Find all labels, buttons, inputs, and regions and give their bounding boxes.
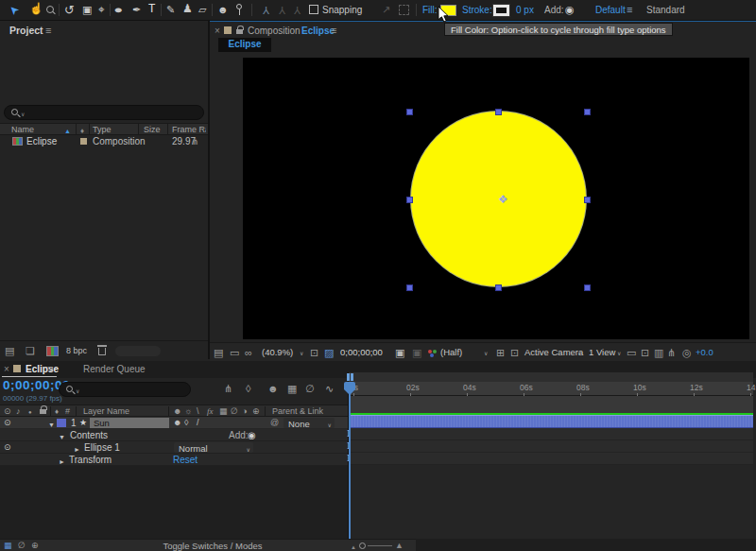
new-composition-icon[interactable] xyxy=(46,346,59,356)
layer-shy-icon[interactable]: ☻ xyxy=(173,417,181,429)
exposure-value[interactable]: +0.0 xyxy=(696,346,713,358)
layer-quality-icon[interactable]: \ xyxy=(197,417,199,429)
project-tab[interactable]: Project xyxy=(9,25,43,37)
search-options-icon[interactable]: ∨ xyxy=(21,109,25,121)
layer-color-chip[interactable] xyxy=(57,419,66,427)
timeline-tab[interactable]: Eclipse xyxy=(26,363,59,375)
snap-bounds-icon[interactable] xyxy=(399,5,409,15)
workspace-mode[interactable]: Standard xyxy=(646,4,685,16)
pan-behind-tool-icon[interactable]: ⌖ xyxy=(98,4,105,16)
layer-duration-bar[interactable] xyxy=(349,415,753,428)
viewer-tab[interactable]: Eclipse xyxy=(218,38,271,52)
frame-blend-enable-icon[interactable]: ▦ xyxy=(4,540,12,551)
project-search-input[interactable]: ∨ xyxy=(4,105,204,120)
local-axis-mode-icon[interactable]: Y xyxy=(263,4,269,16)
item-name[interactable]: Eclipse xyxy=(26,135,57,147)
zoom-in-mountain-icon[interactable]: ▲ xyxy=(395,540,404,551)
selection-tool-icon[interactable]: ➤ xyxy=(7,2,22,17)
roto-brush-tool-icon[interactable]: ☻ xyxy=(217,4,229,16)
work-area-start-handle[interactable] xyxy=(347,373,350,381)
pixel-aspect-icon[interactable]: ▭ xyxy=(627,347,636,359)
show-snapshot-icon[interactable]: ▣ xyxy=(412,347,421,359)
zoom-slider-handle[interactable] xyxy=(359,542,366,549)
close-panel-icon[interactable]: × xyxy=(215,25,220,37)
work-area-bar[interactable] xyxy=(349,372,753,382)
lock-icon[interactable] xyxy=(236,29,243,34)
layer-name-field[interactable]: Sun xyxy=(90,418,169,428)
blend-mode-dropdown[interactable]: Normal ∨ xyxy=(174,442,253,453)
playhead-line[interactable] xyxy=(349,382,351,539)
workspace-selector[interactable]: Default xyxy=(595,4,626,16)
camera-chevron-icon[interactable]: ∨ xyxy=(577,348,581,360)
bit-depth-button[interactable]: 8 bpc xyxy=(66,345,87,357)
show-channel-icon[interactable] xyxy=(428,350,432,353)
contents-row[interactable]: ▼ Contents Add: ◉ xyxy=(0,429,348,441)
item-label-chip[interactable] xyxy=(80,138,87,145)
shape-tool-icon[interactable]: ● xyxy=(113,4,123,16)
stroke-width-value[interactable]: 0 px xyxy=(516,4,534,16)
timeline-search-input[interactable]: ∨ xyxy=(59,382,191,397)
add-property-icon[interactable]: ◉ xyxy=(248,429,256,441)
lock-column-icon[interactable] xyxy=(40,409,46,414)
reset-exposure-icon[interactable]: ◎ xyxy=(682,347,692,359)
selection-handle-top-right[interactable] xyxy=(584,109,591,115)
selection-handle-bottom-right[interactable] xyxy=(584,284,591,291)
timeline-panel-icon[interactable]: ▥ xyxy=(654,347,663,359)
selection-handle-top-left[interactable] xyxy=(406,109,413,115)
camera-view-value[interactable]: Active Camera xyxy=(524,346,583,358)
layer-collapse-icon[interactable]: ◊ xyxy=(184,417,188,429)
search-options-icon[interactable]: ∨ xyxy=(76,386,79,398)
frame-blending-icon[interactable]: ▦ xyxy=(287,383,297,395)
selection-handle-mid-left[interactable] xyxy=(406,197,413,203)
motion-blur-enable-icon[interactable]: ∅ xyxy=(18,540,26,551)
grid-guides-icon[interactable]: ⊡ xyxy=(510,347,519,359)
magnification-chevron-icon[interactable]: ∨ xyxy=(300,348,303,360)
snapshot-icon[interactable]: ▣ xyxy=(395,347,404,359)
work-area-end-handle[interactable] xyxy=(351,373,353,381)
magnification-value[interactable]: (40.9%) xyxy=(262,346,293,358)
eraser-tool-icon[interactable]: ▱ xyxy=(198,4,206,16)
zoom-tool-icon[interactable] xyxy=(46,6,54,13)
hide-shy-layers-icon[interactable]: ☻ xyxy=(267,383,279,395)
transform-row[interactable]: ► Transform Reset xyxy=(0,454,348,466)
zoom-out-mountain-icon[interactable]: ▲ xyxy=(351,542,356,551)
delete-item-icon[interactable] xyxy=(98,348,106,355)
search-pill[interactable] xyxy=(115,346,161,356)
ellipse-visibility-icon[interactable]: ⊙ xyxy=(4,441,11,454)
comp-flowchart-icon[interactable]: ⋔ xyxy=(667,347,676,359)
graph-editor-icon[interactable]: ∿ xyxy=(325,383,334,395)
motion-blur-icon[interactable]: ∅ xyxy=(305,383,315,395)
composition-tab-name[interactable]: Eclipse xyxy=(301,25,335,37)
close-timeline-tab-icon[interactable]: × xyxy=(4,363,9,375)
selection-handle-top-center[interactable] xyxy=(495,109,502,115)
brainstorm-icon[interactable]: ⊕ xyxy=(31,540,39,551)
hand-tool-icon[interactable]: ☝ xyxy=(29,3,43,15)
camera-tool-icon[interactable]: ▣ xyxy=(82,4,92,16)
selection-handle-mid-right[interactable] xyxy=(584,197,591,203)
mask-visibility-icon[interactable]: ⊞ xyxy=(496,347,505,359)
layer-row-sun[interactable]: ⊙ ▼ 1 ★ Sun ☻ ◊ \ @ None ∨ xyxy=(0,417,348,429)
parent-pickwhip-icon[interactable]: @ xyxy=(270,417,279,429)
clone-stamp-tool-icon[interactable]: ♟ xyxy=(182,3,193,15)
resolution-chevron-icon[interactable]: ∨ xyxy=(484,348,488,360)
interpret-footage-icon[interactable]: ▤ xyxy=(5,345,14,357)
resolution-value[interactable]: (Half) xyxy=(440,346,462,358)
composition-canvas[interactable]: ❖ xyxy=(243,58,749,339)
composition-tab-kind[interactable]: Composition xyxy=(248,25,301,37)
comp-timecode[interactable]: 0;00;00;00 xyxy=(340,346,383,358)
brush-tool-icon[interactable]: ✎ xyxy=(166,4,175,16)
transform-reset-link[interactable]: Reset xyxy=(173,454,198,466)
view-layout-value[interactable]: 1 View xyxy=(589,346,615,358)
playhead[interactable] xyxy=(344,382,355,389)
view-axis-mode-icon[interactable]: Y xyxy=(294,4,301,16)
comp-mini-flowchart-icon[interactable]: ⋔ xyxy=(224,383,232,395)
render-queue-tab[interactable]: Render Queue xyxy=(83,363,146,375)
time-ruler[interactable]: 0s 02s 04s 06s 08s 10s 12s 14s xyxy=(349,382,753,396)
stereo-glasses-icon[interactable]: ∞ xyxy=(245,347,252,359)
world-axis-mode-icon[interactable]: Y xyxy=(279,4,285,16)
selection-handle-bottom-center[interactable] xyxy=(495,284,502,291)
view-layout-chevron-icon[interactable]: ∨ xyxy=(617,348,621,360)
fast-previews-icon[interactable]: ⊡ xyxy=(641,347,649,359)
anchor-point-icon[interactable]: ❖ xyxy=(498,194,508,206)
zoom-slider-track[interactable] xyxy=(368,545,392,546)
